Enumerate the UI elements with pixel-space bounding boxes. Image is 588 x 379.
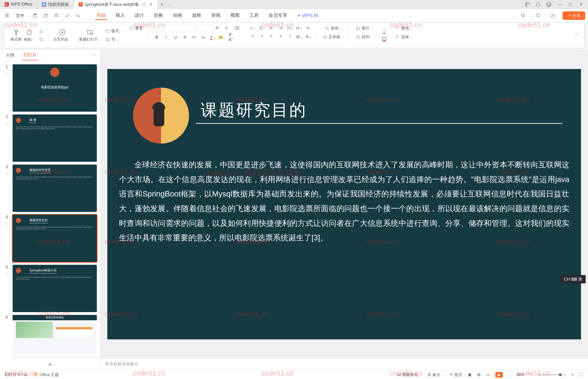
section-button[interactable]: 节⌄ (103, 36, 125, 43)
decrease-font-icon[interactable]: A⁻ (224, 25, 230, 31)
slide-thumbnail-5[interactable]: SpringBoot框架介绍 Lorem ipsum dolor sit ame… (13, 265, 97, 312)
fill-color-icon[interactable] (382, 29, 387, 34)
paste-button[interactable]: 粘贴⌄ (24, 29, 35, 42)
zoom-level[interactable]: 89% (516, 372, 524, 377)
tab-home[interactable]: 开始 (95, 11, 107, 20)
tab-insert[interactable]: 插入 (114, 11, 126, 20)
cube-icon[interactable] (535, 2, 541, 7)
increase-font-icon[interactable]: A⁺ (215, 25, 221, 31)
ribbon-collapse-icon[interactable]: ⌃ (573, 32, 579, 38)
slideshow-button[interactable]: ▶ (495, 372, 503, 378)
superscript-icon[interactable]: A² (191, 34, 197, 40)
tab-menu-icon[interactable]: ⊡ (142, 2, 146, 7)
tab-animation[interactable]: 动画 (171, 11, 184, 20)
bianti-button[interactable]: 变体⌄ (229, 34, 234, 40)
distribute-icon[interactable]: ⫴ (287, 33, 293, 39)
zoom-in-icon[interactable]: + (571, 372, 574, 377)
outline-color-icon[interactable] (382, 36, 387, 42)
reading-view-icon[interactable]: ▭ (486, 372, 490, 377)
add-tab-button[interactable]: + (158, 1, 166, 7)
tab-wps-ai[interactable]: WPS AI (296, 11, 320, 20)
cloud-icon[interactable] (535, 12, 542, 19)
slide-thumbnail-2[interactable]: 摘 要 Lorem ipsum dolor sit amet consectet… (13, 114, 97, 162)
line-spacing-icon[interactable]: ↕≡⌄ (287, 25, 293, 31)
close-tab-icon[interactable]: ✕ (149, 2, 153, 7)
text-direction-icon[interactable]: IA⌄ (297, 25, 302, 31)
indent-increase-icon[interactable]: ⇥ (278, 25, 284, 31)
format-painter-button[interactable]: 格式刷 (11, 29, 22, 42)
italic-icon[interactable]: I (163, 34, 169, 40)
highlight-icon[interactable]: ab⌄ (219, 34, 225, 40)
new-slide-button[interactable]: 新建幻灯片⌄ (79, 29, 101, 42)
columns-icon[interactable]: ▥⌄ (297, 33, 302, 39)
bold-icon[interactable]: B (154, 34, 160, 40)
layout-button[interactable]: 版式⌄ (103, 27, 125, 34)
print-icon[interactable] (53, 12, 60, 19)
sort-icon[interactable]: A↓ (306, 25, 312, 31)
file-menu[interactable]: 文件 (12, 11, 28, 20)
notes-placeholder[interactable]: 单击此处添加备注 (100, 359, 588, 370)
strikethrough-icon[interactable]: S (182, 34, 188, 40)
close-window-icon[interactable]: ✕ (578, 2, 584, 7)
slide-thumbnail-6[interactable]: 管理员登录界面 (13, 315, 97, 359)
apps-icon[interactable] (524, 2, 530, 7)
star-icon[interactable]: ☆ (5, 121, 8, 126)
numbering-icon[interactable]: ☰⌄ (259, 25, 265, 31)
align-left-icon[interactable]: ≡ (250, 33, 255, 39)
current-slide[interactable]: 课题研究目的 全球经济在快速的发展，中国更是进步飞速，这使得国内的互联网技术进入… (107, 69, 581, 339)
zoom-out-icon[interactable]: − (530, 372, 532, 377)
undo-icon[interactable] (64, 12, 71, 19)
star-icon[interactable]: ☆ (5, 171, 8, 176)
slide-title[interactable]: 课题研究目的 (201, 99, 307, 121)
collapse-panel-icon[interactable]: ‹ (94, 53, 95, 58)
star-icon[interactable]: ☆ (5, 221, 8, 226)
reset-button[interactable]: 重置 (127, 25, 145, 32)
comments-toggle[interactable]: ✎批注 (450, 372, 462, 377)
app-tab[interactable]: WPS Office (0, 0, 37, 9)
tab-slideshow[interactable]: 放映 (191, 11, 203, 20)
shape-button[interactable]: 形状⌄ (323, 25, 344, 32)
font-family-select[interactable] (152, 25, 195, 32)
font-color-icon[interactable]: A⌄ (210, 34, 216, 40)
slide-thumbnail-3[interactable]: 课题的研究背景 Lorem ipsum dolor sit amet conse… (13, 165, 97, 212)
tab-transition[interactable]: 切换 (152, 11, 165, 20)
slide-thumbnail-1[interactable]: 电影院选票系统ppt (13, 64, 97, 112)
cut-icon[interactable] (38, 29, 44, 34)
avatar-icon[interactable] (546, 2, 552, 7)
theme-indicator[interactable]: 🔆Office 主题 (33, 372, 59, 377)
hamburger-icon[interactable]: ☰ (3, 11, 11, 20)
sorter-view-icon[interactable]: ⊞ (477, 372, 480, 377)
indent-decrease-icon[interactable]: ⇤ (269, 25, 274, 31)
template-tab[interactable]: 找稻壳模板 (37, 0, 74, 9)
maximize-icon[interactable]: ▢ (568, 2, 573, 7)
document-tab[interactable]: P springboot基于Java web的电 ⊡ ✕ (74, 0, 158, 9)
align-center-icon[interactable]: ≡ (259, 33, 265, 39)
select-button[interactable]: 选择⌄ (393, 33, 415, 41)
notes-toggle[interactable]: ☰备注⌄ (427, 372, 444, 377)
align-right-icon[interactable]: ≡ (269, 33, 274, 39)
arrange-button[interactable]: 排列⌄ (354, 33, 375, 41)
slideshow-dropdown[interactable]: ⌄ (508, 373, 511, 377)
export-icon[interactable] (42, 12, 49, 19)
underline-icon[interactable]: U (173, 34, 178, 40)
search-icon[interactable] (520, 12, 527, 19)
slides-tab[interactable]: 幻灯片 (22, 50, 38, 60)
tab-member[interactable]: 会员专享 (267, 11, 289, 20)
from-current-button[interactable]: 当页开始⌄ (53, 29, 71, 42)
star-icon[interactable]: ☆ (5, 71, 8, 76)
share-button[interactable]: ↗分享 (563, 11, 585, 20)
tab-view[interactable]: 视图 (229, 11, 241, 20)
find-button[interactable]: 查找⌄ (393, 25, 415, 32)
outline-tab[interactable]: 大纲 (5, 50, 16, 60)
smart-beautify-button[interactable]: 🗂智能美化⌄ (397, 372, 422, 377)
textbox-button[interactable]: A文本框⌄ (320, 33, 346, 41)
bullets-icon[interactable]: ≡⌄ (250, 25, 255, 31)
picture-button[interactable]: 图片⌄ (354, 25, 375, 32)
tab-tools[interactable]: 工具 (248, 11, 260, 20)
minimize-icon[interactable]: — (557, 2, 562, 7)
star-icon[interactable]: ☆ (5, 271, 8, 276)
tab-review[interactable]: 审阅 (210, 11, 222, 20)
tab-dropdown-icon[interactable]: ⌄ (167, 2, 170, 7)
help-icon[interactable] (550, 12, 556, 19)
slide-viewport[interactable]: 课题研究目的 全球经济在快速的发展，中国更是进步飞速，这使得国内的互联网技术进入… (100, 50, 588, 359)
